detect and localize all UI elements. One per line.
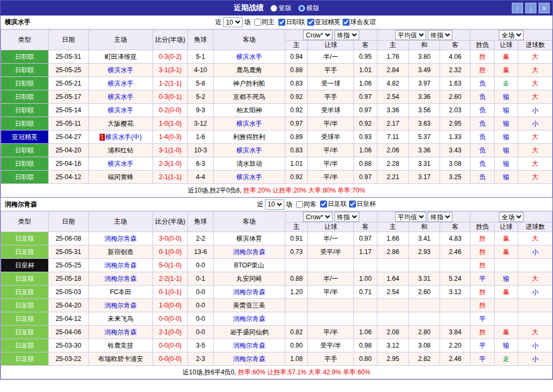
match-score[interactable]: 2-3(1-0) [153, 157, 188, 171]
rank-badge: 1 [100, 134, 105, 141]
odds-provider-select[interactable]: Crow* [303, 30, 332, 40]
odds-stage-select[interactable]: 终指 [335, 212, 359, 222]
same-venue-checkbox[interactable]: 同主 [252, 18, 275, 27]
match-score[interactable]: 0-3(0-2) [153, 50, 188, 64]
euro-away: 1.63 [440, 77, 471, 90]
match-score[interactable]: 2-1(0-0) [153, 326, 188, 339]
move-up-button[interactable]: ↑ [512, 3, 523, 13]
home-team-link[interactable]: 润梅尔青森 [104, 262, 137, 269]
handicap-result: 走 [494, 77, 518, 90]
home-team-link[interactable]: 润梅尔青森 [104, 235, 137, 242]
home-team-link[interactable]: 润梅尔青森 [104, 328, 137, 336]
match-count-select[interactable]: 10 [265, 199, 284, 210]
result: 负 [471, 144, 494, 157]
goals-result [518, 259, 552, 272]
match-score[interactable]: 1-0(1-0) [153, 117, 188, 130]
match-score[interactable]: 0-0(0-0) [153, 339, 188, 352]
result: 负 [471, 90, 494, 104]
league-filter-checkbox[interactable]: 日皇杯 [347, 199, 376, 209]
vertical-radio[interactable] [270, 5, 277, 12]
euro-away: 4.83 [440, 232, 471, 245]
match-score[interactable]: 0-0(0-0) [153, 352, 188, 366]
scope-select[interactable]: 全场 [499, 212, 524, 222]
match-date: 25-04-20 [48, 299, 88, 312]
odds-handicap [308, 259, 354, 272]
league-filter-checkbox[interactable]: 亚冠精英 [305, 18, 340, 27]
match-score[interactable]: 1-2(1-1) [153, 77, 188, 90]
window-title: 近期战绩 [234, 3, 264, 13]
horizontal-radio[interactable] [298, 5, 305, 12]
euro-stage-select[interactable]: 终指 [428, 212, 452, 222]
away-team-link[interactable]: 润梅尔青森 [233, 342, 265, 349]
home-team-link[interactable]: 横滨水手 [108, 93, 133, 101]
away-team-link[interactable]: 横滨水手 [236, 173, 262, 181]
home-team-cell: 横滨水手 [88, 104, 153, 117]
away-team-link[interactable]: 润梅尔青森 [233, 248, 265, 256]
match-score[interactable]: 1-4(0-3) [153, 130, 188, 144]
home-team-link[interactable]: 横滨水手 [108, 160, 133, 167]
layout-vertical-option[interactable]: 竖版 [270, 4, 292, 13]
league-filter-checkbox[interactable]: 日足联 [318, 199, 347, 209]
match-count-select[interactable]: 10 [223, 17, 243, 27]
match-score[interactable]: 5-0(1-0) [153, 259, 188, 272]
odds-stage-select[interactable]: 终指 [335, 30, 359, 40]
away-team-link[interactable]: 横滨水手 [236, 53, 262, 60]
close-button[interactable]: × [539, 3, 550, 13]
odds-handicap: 受平/半 [308, 245, 354, 259]
league-filter-checkbox[interactable]: 日职联 [276, 18, 305, 27]
euro-draw [409, 299, 440, 312]
home-team-link[interactable]: 横滨水手 [108, 66, 133, 74]
match-score[interactable]: 3-1(1-0) [153, 144, 188, 157]
home-team-link[interactable]: 横滨水手(中) [105, 133, 142, 141]
away-team-link[interactable]: 润梅尔青森 [233, 288, 265, 296]
euro-provider-select[interactable]: 平均值 [395, 30, 426, 40]
odds-away: 0.93 [354, 130, 377, 144]
euro-away: 2.46 [440, 245, 471, 259]
odds-provider-select[interactable]: Crow* [303, 212, 332, 222]
team-name[interactable]: 横滨水手 [5, 18, 31, 27]
match-row: 日职联 25-05-11 大阪樱花 1-0(1-0) 3-12 横滨水手 0.9… [1, 117, 552, 130]
home-team-link: 未来飞鸟 [108, 315, 133, 322]
match-score[interactable]: 3-0(0-0) [153, 232, 188, 245]
home-team-link: 新宿创造 [108, 248, 133, 256]
move-down-button[interactable]: ↓ [525, 3, 536, 13]
match-score[interactable]: 0-0(0-0) [153, 312, 188, 326]
goals-result: 大 [518, 171, 552, 184]
away-team-link[interactable]: 润梅尔青森 [233, 355, 265, 363]
games-label: 场 [286, 200, 292, 209]
match-score[interactable]: 2-2(1-1) [153, 272, 188, 286]
home-team-link[interactable]: 润梅尔青森 [104, 302, 137, 309]
match-score[interactable]: 0-2(0-0) [153, 104, 188, 117]
match-score[interactable]: 3-1(3-1) [153, 64, 188, 77]
result: 负 [471, 157, 494, 171]
away-team-link[interactable]: 润梅尔青森 [233, 315, 265, 322]
match-score[interactable]: 0-3(0-1) [153, 90, 188, 104]
home-team-link[interactable]: 横滨水手 [108, 80, 133, 87]
euro-provider-select[interactable]: 平均值 [395, 212, 426, 222]
match-score[interactable]: 2-1(1-1) [153, 171, 188, 184]
euro-draw: 3.97 [409, 77, 440, 90]
scope-select[interactable]: 全场 [499, 30, 524, 40]
layout-horizontal-option[interactable]: 横版 [298, 4, 320, 13]
home-team-link[interactable]: 横滨水手 [108, 106, 133, 114]
away-team-cell: 横滨体育 [213, 232, 285, 245]
same-venue-checkbox[interactable]: 同客 [294, 200, 316, 209]
odds-away-col: 客 [354, 41, 377, 50]
away-team-link: 京都不死鸟 [233, 93, 265, 101]
odds-home: 0.94 [285, 50, 308, 64]
goals-result: 大 [518, 50, 552, 64]
league-badge: 日职联 [1, 171, 49, 184]
home-team-link[interactable]: 润梅尔青森 [104, 275, 137, 282]
league-badge: 日职联 [1, 117, 49, 130]
match-row: 日职联 25-04-16 横滨水手 2-3(1-0) 6-3 清水鼓动 1.01… [1, 157, 552, 171]
match-score[interactable]: 1-0(0-0) [153, 299, 188, 312]
league-filter-checkbox[interactable]: 球会友谊 [340, 18, 376, 27]
away-team-link[interactable]: 横滨水手 [236, 147, 262, 154]
result: 平 [471, 272, 494, 286]
team-name[interactable]: 润梅尔青森 [5, 200, 37, 209]
away-team-link[interactable]: 横滨水手 [236, 120, 262, 127]
euro-stage-select[interactable]: 终指 [428, 30, 452, 40]
match-score[interactable]: 0-1(0-0) [153, 245, 188, 259]
match-score[interactable]: 0-1(0-1) [153, 286, 188, 299]
goals-result: 小 [518, 352, 552, 366]
